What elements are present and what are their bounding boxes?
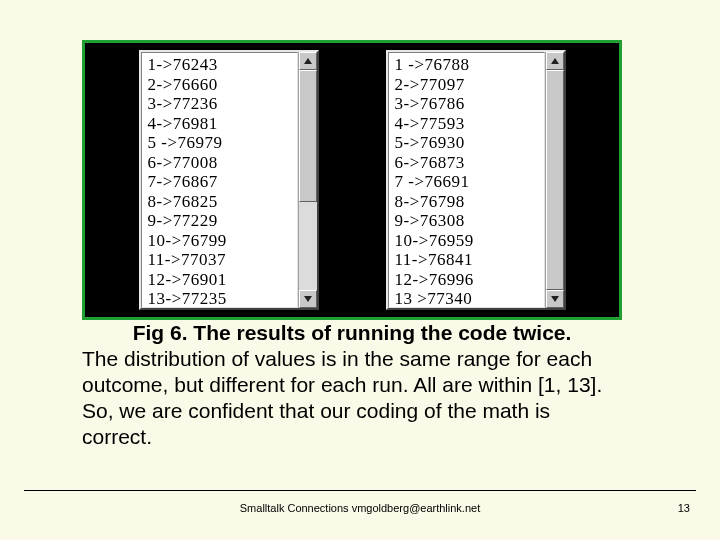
chevron-down-icon (304, 296, 312, 302)
listbox-run-a[interactable]: 1->76243 2->76660 3->77236 4->76981 5 ->… (139, 50, 319, 310)
figure-frame: 1->76243 2->76660 3->77236 4->76981 5 ->… (82, 40, 622, 320)
list-item: 11->77037 (148, 250, 293, 270)
list-item: 4->77593 (395, 114, 540, 134)
scroll-track[interactable] (299, 70, 317, 290)
list-item: 9->76308 (395, 211, 540, 231)
list-item: 6->77008 (148, 153, 293, 173)
listbox-run-b[interactable]: 1 ->76788 2->77097 3->76786 4->77593 5->… (386, 50, 566, 310)
scrollbar[interactable] (545, 52, 564, 308)
list-content-a: 1->76243 2->76660 3->77236 4->76981 5 ->… (141, 52, 298, 308)
slide: 1->76243 2->76660 3->77236 4->76981 5 ->… (0, 0, 720, 540)
list-item: 5->76930 (395, 133, 540, 153)
list-item: 5 ->76979 (148, 133, 293, 153)
chevron-down-icon (551, 296, 559, 302)
caption-title: Fig 6. The results of running the code t… (82, 320, 622, 346)
scroll-up-button[interactable] (299, 52, 317, 70)
list-item: 7->76867 (148, 172, 293, 192)
list-item: 13->77235 (148, 289, 293, 308)
scroll-thumb[interactable] (299, 70, 317, 202)
scroll-thumb[interactable] (546, 70, 564, 290)
chevron-up-icon (551, 58, 559, 64)
list-item: 8->76825 (148, 192, 293, 212)
scroll-down-button[interactable] (546, 290, 564, 308)
list-item: 9->77229 (148, 211, 293, 231)
list-content-b: 1 ->76788 2->77097 3->76786 4->77593 5->… (388, 52, 545, 308)
list-item: 11->76841 (395, 250, 540, 270)
list-item: 6->76873 (395, 153, 540, 173)
list-item: 13 >77340 (395, 289, 540, 308)
list-item: 10->76959 (395, 231, 540, 251)
list-item: 8->76798 (395, 192, 540, 212)
footer-text: Smalltalk Connections vmgoldberg@earthli… (0, 502, 720, 514)
scroll-track[interactable] (546, 70, 564, 290)
list-item: 2->76660 (148, 75, 293, 95)
page-number: 13 (678, 502, 690, 514)
chevron-up-icon (304, 58, 312, 64)
scroll-up-button[interactable] (546, 52, 564, 70)
list-item: 4->76981 (148, 114, 293, 134)
footer-divider (24, 490, 696, 491)
list-item: 7 ->76691 (395, 172, 540, 192)
list-item: 12->76996 (395, 270, 540, 290)
list-item: 12->76901 (148, 270, 293, 290)
list-item: 2->77097 (395, 75, 540, 95)
scroll-down-button[interactable] (299, 290, 317, 308)
caption-body: The distribution of values is in the sam… (82, 347, 602, 448)
list-item: 3->77236 (148, 94, 293, 114)
list-item: 1 ->76788 (395, 55, 540, 75)
list-item: 3->76786 (395, 94, 540, 114)
figure-caption: Fig 6. The results of running the code t… (82, 320, 622, 450)
list-item: 10->76799 (148, 231, 293, 251)
list-item: 1->76243 (148, 55, 293, 75)
scrollbar[interactable] (298, 52, 317, 308)
